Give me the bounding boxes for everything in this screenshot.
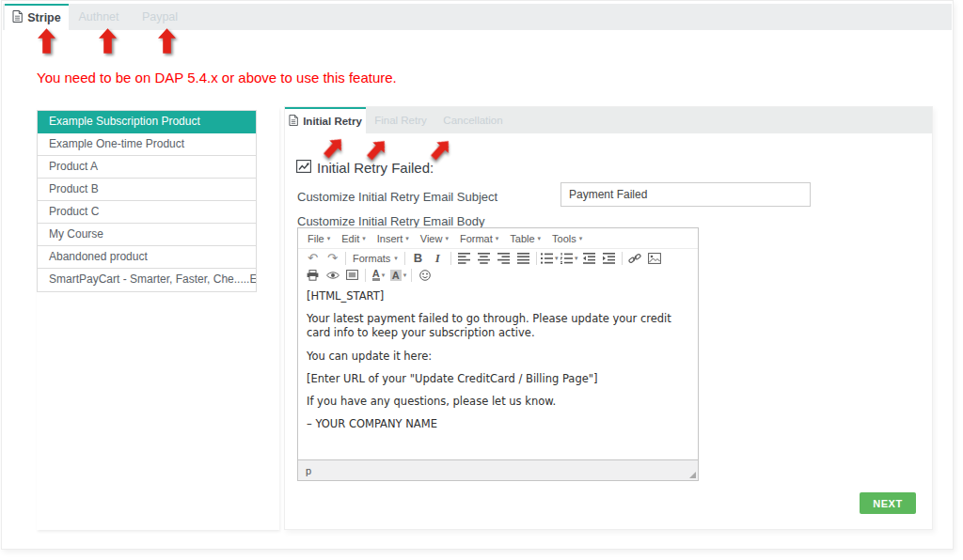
chevron-down-icon: ▾	[579, 235, 583, 242]
body-paragraph: You can update it here:	[307, 350, 689, 364]
product-item-my-course[interactable]: My Course	[38, 224, 256, 246]
chevron-down-icon: ▾	[382, 272, 386, 279]
chevron-down-icon: ▾	[327, 235, 331, 242]
tab-authnet-label: Authnet	[78, 10, 118, 23]
tab-final-retry-label: Final Retry	[374, 115, 427, 126]
toolbar-divider	[450, 252, 451, 265]
align-left-icon[interactable]	[454, 251, 474, 266]
outdent-icon[interactable]	[579, 251, 599, 266]
toolbar-divider	[404, 252, 405, 265]
bold-button[interactable]: B	[408, 251, 428, 266]
toolbar-divider	[536, 252, 537, 265]
formats-dropdown[interactable]: Formats▾	[349, 251, 402, 266]
chevron-down-icon: ▾	[405, 235, 409, 242]
background-color-glyph: A	[390, 270, 402, 281]
align-right-icon[interactable]	[494, 251, 513, 266]
print-icon[interactable]	[303, 268, 323, 283]
tab-initial-retry-label: Initial Retry	[303, 116, 362, 127]
product-item-product-b[interactable]: Product B	[38, 179, 256, 201]
editor-toolbar-row1: ↶ ↷ Formats▾ B I ▾ ▾	[298, 248, 698, 267]
resize-handle[interactable]	[689, 472, 696, 478]
menu-format-label: Format	[460, 233, 493, 244]
menu-view[interactable]: View▾	[416, 233, 455, 244]
menu-tools-label: Tools	[552, 233, 576, 244]
chevron-down-icon: ▾	[575, 255, 578, 262]
menu-edit[interactable]: Edit▾	[337, 233, 371, 244]
version-warning: You need to be on DAP 5.4.x or above to …	[37, 70, 397, 86]
next-button[interactable]: NEXT	[860, 492, 916, 514]
chevron-down-icon: ▾	[362, 235, 366, 242]
product-item-product-a[interactable]: Product A	[38, 156, 256, 179]
tab-final-retry[interactable]: Final Retry	[366, 107, 435, 133]
chevron-down-icon: ▾	[394, 255, 398, 262]
chevron-down-icon: ▾	[403, 272, 407, 279]
text-color-button[interactable]: A▾	[369, 268, 388, 283]
editor-statusbar: p	[298, 459, 698, 480]
section-heading: Initial Retry Failed:	[296, 160, 434, 176]
formats-label: Formats	[353, 253, 390, 264]
gateway-tab-strip: Stripe Authnet Paypal	[3, 4, 952, 30]
product-item-product-c[interactable]: Product C	[38, 201, 256, 224]
editor-menubar: File▾ Edit▾ Insert▾ View▾ Format▾ Table▾…	[298, 228, 698, 248]
element-path[interactable]: p	[306, 465, 311, 476]
body-paragraph: If you have any questions, please let us…	[307, 395, 689, 409]
email-body-content[interactable]: [HTML_START] Your latest payment failed …	[298, 283, 698, 459]
menu-view-label: View	[420, 233, 443, 244]
product-item-example-subscription[interactable]: Example Subscription Product	[38, 111, 256, 133]
page-container: Stripe Authnet Paypal You need to be on …	[1, 0, 954, 550]
align-justify-icon[interactable]	[513, 251, 533, 266]
italic-button[interactable]: I	[428, 251, 448, 266]
menu-table[interactable]: Table▾	[505, 233, 547, 244]
tab-stripe[interactable]: Stripe	[5, 4, 69, 30]
tab-paypal-label: Paypal	[142, 10, 178, 23]
menu-insert-label: Insert	[377, 233, 403, 244]
body-paragraph: Your latest payment failed to go through…	[307, 312, 689, 340]
redo-button[interactable]: ↷	[323, 251, 342, 266]
menu-edit-label: Edit	[341, 233, 359, 244]
email-tab-strip: Initial Retry Final Retry Cancellation	[285, 107, 932, 133]
menu-insert[interactable]: Insert▾	[372, 233, 416, 244]
text-color-glyph: A	[372, 269, 380, 281]
email-body-editor-frame: File▾ Edit▾ Insert▾ View▾ Format▾ Table▾…	[297, 227, 699, 481]
email-settings-panel: Initial Retry Final Retry Cancellation I…	[284, 106, 933, 530]
body-paragraph: [Enter URL of your "Update CreditCard / …	[307, 372, 689, 386]
emoticon-icon[interactable]	[415, 268, 434, 283]
menu-tools[interactable]: Tools▾	[547, 233, 589, 244]
chart-icon	[296, 160, 311, 176]
background-color-button[interactable]: A▾	[388, 268, 408, 283]
menu-format[interactable]: Format▾	[455, 233, 505, 244]
editor-toolbar-row2: A▾ A▾	[298, 267, 698, 283]
product-list: Example Subscription Product Example One…	[37, 110, 257, 292]
media-icon[interactable]	[342, 268, 362, 283]
product-item-abandoned[interactable]: Abandoned product	[38, 246, 256, 269]
subject-input[interactable]	[560, 182, 811, 207]
numbered-list-icon[interactable]: ▾	[560, 251, 579, 266]
tab-authnet[interactable]: Authnet	[69, 4, 129, 30]
product-item-example-onetime[interactable]: Example One-time Product	[38, 133, 256, 156]
tab-initial-retry[interactable]: Initial Retry	[285, 107, 366, 133]
product-column: Example Subscription Product Example One…	[37, 107, 279, 530]
toolbar-divider	[345, 252, 346, 265]
bullet-list-icon[interactable]: ▾	[540, 251, 560, 266]
image-icon[interactable]	[645, 251, 665, 266]
align-center-icon[interactable]	[474, 251, 494, 266]
menu-file[interactable]: File▾	[303, 233, 337, 244]
document-icon	[12, 10, 23, 25]
undo-button[interactable]: ↶	[303, 251, 323, 266]
tab-paypal[interactable]: Paypal	[129, 4, 191, 30]
tab-stripe-label: Stripe	[27, 11, 60, 24]
tab-cancellation[interactable]: Cancellation	[435, 107, 511, 133]
preview-eye-icon[interactable]	[323, 268, 342, 283]
body-paragraph: [HTML_START]	[307, 289, 689, 303]
chevron-down-icon: ▾	[445, 235, 449, 242]
product-item-smartpaycart[interactable]: SmartPayCart - Smarter, Faster, Che.....…	[38, 269, 256, 291]
body-paragraph: – YOUR COMPANY NAME	[307, 417, 689, 431]
section-heading-text: Initial Retry Failed:	[317, 160, 434, 176]
toolbar-divider	[622, 252, 623, 265]
tab-cancellation-label: Cancellation	[443, 115, 502, 126]
indent-icon[interactable]	[599, 251, 619, 266]
menu-file-label: File	[308, 233, 324, 244]
menu-table-label: Table	[510, 233, 534, 244]
link-icon[interactable]	[625, 251, 645, 266]
chevron-down-icon: ▾	[538, 235, 542, 242]
